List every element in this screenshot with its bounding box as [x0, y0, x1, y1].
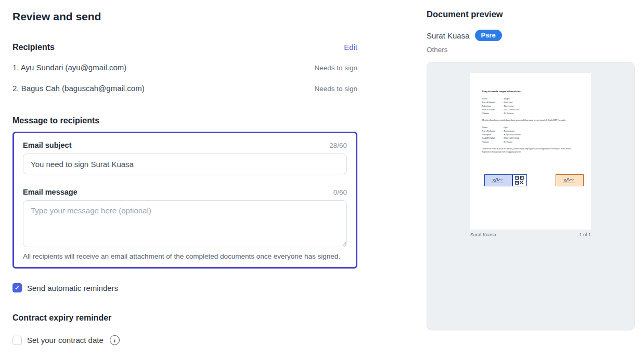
- signature-field-blue[interactable]: [484, 174, 512, 186]
- expiry-heading: Contract expiry reminder: [12, 313, 357, 323]
- qr-code-icon: [515, 176, 524, 185]
- message-heading: Message to recipients: [12, 116, 357, 125]
- recipient-status: Needs to sign: [314, 85, 357, 93]
- doc-kv-line: Jenis Kelamin: Laki-laki: [482, 100, 581, 104]
- page-footer-row: Surat Kuasa 1 of 1: [470, 232, 591, 237]
- page-indicator: 1 of 1: [579, 232, 591, 237]
- auto-reminders-row[interactable]: ✓ Send automatic reminders: [12, 283, 357, 292]
- recipients-header-row: Recipients Edit: [12, 42, 357, 52]
- recipient-row: 2. Bagus Cah (baguscah@gmail.com) Needs …: [12, 84, 357, 93]
- doc-kv-line: Pekerjaan: Karyawan swasta: [482, 133, 581, 136]
- psre-badge: Psre: [475, 30, 502, 41]
- check-icon: ✓: [15, 285, 20, 291]
- email-subject-header: Email subject 28/60: [23, 141, 347, 149]
- preview-heading: Document preview: [427, 9, 635, 19]
- doc-category: Others: [427, 46, 635, 54]
- signature-fields-row: [470, 174, 591, 187]
- message-helper-text: All recipients will receive an email att…: [23, 252, 347, 261]
- recipient-status: Needs to sign: [314, 64, 357, 72]
- qr-code-stamp: [512, 174, 527, 186]
- document-page[interactable]: Yang bertanda tangan dibawah ini: Nama: …: [470, 73, 591, 230]
- info-icon[interactable]: i: [110, 335, 120, 345]
- recipient-name: 1. Ayu Sundari (ayu@gmail.com): [12, 63, 126, 72]
- doc-kv-line: No.KTP/SIM: 3011189981290: [482, 108, 581, 111]
- signature-icon: [491, 176, 506, 185]
- review-and-send-panel: Review and send Recipients Edit 1. Ayu S…: [12, 0, 357, 345]
- signature-field-orange[interactable]: [556, 174, 584, 186]
- document-preview-panel: Document preview Surat Kuasa Psre Others…: [427, 0, 635, 330]
- doc-kv-line: Pekerjaan: Karyawan: [482, 104, 581, 108]
- edit-recipients-link[interactable]: Edit: [344, 43, 357, 52]
- page-footer-doc-name: Surat Kuasa: [470, 232, 496, 237]
- contract-date-label: Set your contract date: [27, 336, 104, 345]
- email-subject-input[interactable]: [23, 154, 347, 174]
- document-preview-canvas[interactable]: Yang bertanda tangan dibawah ini: Nama: …: [427, 62, 635, 330]
- doc-kv-line: Alamat: Jl. Bogor: [482, 140, 581, 144]
- doc-kv-line: Alamat: Jl. Jakarta: [482, 111, 581, 115]
- email-message-label: Email message: [23, 188, 78, 196]
- auto-reminders-label: Send automatic reminders: [27, 284, 118, 292]
- signature-icon: [562, 176, 577, 185]
- doc-intro-line: Yang bertanda tangan dibawah ini:: [482, 90, 581, 93]
- contract-date-checkbox[interactable]: ✓: [12, 336, 22, 345]
- auto-reminders-checkbox[interactable]: ✓: [12, 283, 22, 292]
- message-highlight-box: Email subject 28/60 Email message 0/60 A…: [12, 132, 357, 269]
- contract-date-row[interactable]: ✓ Set your contract date i: [12, 335, 357, 345]
- email-message-counter: 0/60: [333, 188, 347, 196]
- recipient-name: 2. Bagus Cah (baguscah@gmail.com): [12, 84, 145, 93]
- email-subject-label: Email subject: [23, 141, 71, 149]
- email-message-textarea[interactable]: [23, 200, 347, 247]
- doc-name-row: Surat Kuasa Psre: [427, 30, 635, 41]
- doc-kv-line: Jenis Kelamin: Perempuan: [482, 129, 581, 133]
- doc-name: Surat Kuasa: [427, 31, 470, 40]
- recipient-row: 1. Ayu Sundari (ayu@gmail.com) Needs to …: [12, 63, 357, 72]
- doc-kv-line: Nama: Ayu: [482, 125, 581, 129]
- doc-kv-line: No.KTP/SIM: 9902139711130: [482, 136, 581, 140]
- doc-paragraph: Demikian Surat Kuasa ini dibuat, untuk d…: [482, 147, 581, 154]
- page-title: Review and send: [12, 10, 357, 23]
- doc-paragraph: Memberikan kuasa untuk keperluan pengamb…: [482, 119, 581, 122]
- email-subject-counter: 28/60: [329, 142, 347, 149]
- doc-kv-line: Nama: Bagus: [482, 97, 581, 100]
- recipients-heading: Recipients: [12, 42, 55, 52]
- email-message-header: Email message 0/60: [23, 188, 347, 196]
